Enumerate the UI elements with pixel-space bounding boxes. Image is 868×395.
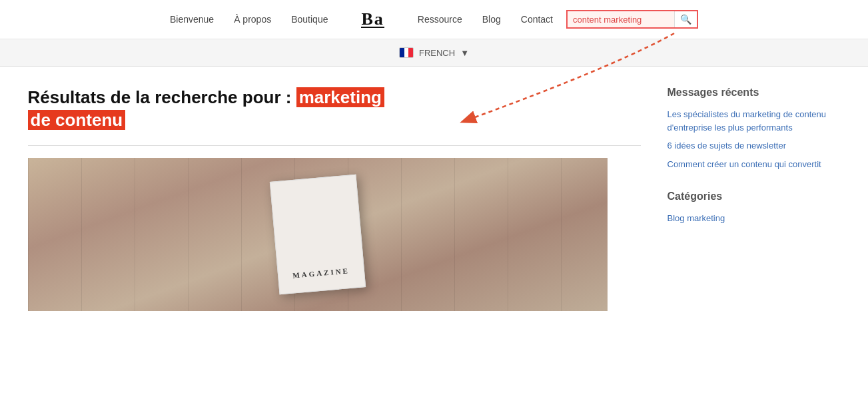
result-highlight-2: de contenu bbox=[28, 110, 126, 130]
article-thumbnail: MAGAZINE bbox=[28, 158, 608, 311]
main-container: Résultats de la recherche pour : marketi… bbox=[15, 67, 854, 311]
nav-link-ressource[interactable]: Ressource bbox=[418, 14, 462, 25]
nav-link-apropos[interactable]: À propos bbox=[234, 14, 271, 25]
content-divider bbox=[28, 145, 641, 146]
navbar: Bienvenue À propos Boutique Ba Ressource… bbox=[0, 0, 868, 39]
nav-link-contact[interactable]: Contact bbox=[521, 14, 553, 25]
sidebar-recent-link-2[interactable]: 6 idées de sujets de newsletter bbox=[667, 139, 841, 153]
magazine-title-text: MAGAZINE bbox=[292, 266, 349, 279]
sidebar-recent: Messages récents Les spécialistes du mar… bbox=[667, 87, 841, 171]
flag-icon bbox=[399, 47, 414, 58]
search-button[interactable]: 🔍 bbox=[674, 11, 697, 27]
logo-text: Ba bbox=[361, 9, 384, 28]
language-label: FRENCH bbox=[419, 48, 455, 58]
nav-right: Ressource Blog Contact bbox=[418, 14, 553, 25]
sidebar: Messages récents Les spécialistes du mar… bbox=[667, 87, 841, 311]
nav-link-bienvenue[interactable]: Bienvenue bbox=[170, 14, 214, 25]
result-highlight-1: marketing bbox=[296, 87, 384, 107]
sidebar-category-link-1[interactable]: Blog marketing bbox=[667, 212, 841, 225]
language-dropdown-arrow[interactable]: ▼ bbox=[460, 48, 469, 58]
result-prefix: Résultats de la recherche pour : bbox=[28, 87, 296, 107]
language-bar: FRENCH ▼ bbox=[0, 39, 868, 67]
sidebar-categories: Catégories Blog marketing bbox=[667, 191, 841, 225]
site-logo[interactable]: Ba bbox=[361, 9, 384, 29]
sidebar-recent-link-1[interactable]: Les spécialistes du marketing de contenu… bbox=[667, 108, 841, 134]
search-input[interactable] bbox=[568, 12, 674, 27]
magazine-image: MAGAZINE bbox=[269, 174, 365, 294]
nav-left: Bienvenue À propos Boutique bbox=[170, 14, 328, 25]
sidebar-recent-link-3[interactable]: Comment créer un contenu qui convertit bbox=[667, 158, 841, 171]
sidebar-categories-title: Catégories bbox=[667, 191, 841, 202]
sidebar-recent-title: Messages récents bbox=[667, 87, 841, 99]
search-box: 🔍 bbox=[566, 10, 698, 29]
nav-link-boutique[interactable]: Boutique bbox=[291, 14, 328, 25]
content-area: Résultats de la recherche pour : marketi… bbox=[28, 87, 641, 311]
search-result-heading: Résultats de la recherche pour : marketi… bbox=[28, 87, 641, 132]
nav-link-blog[interactable]: Blog bbox=[482, 14, 501, 25]
